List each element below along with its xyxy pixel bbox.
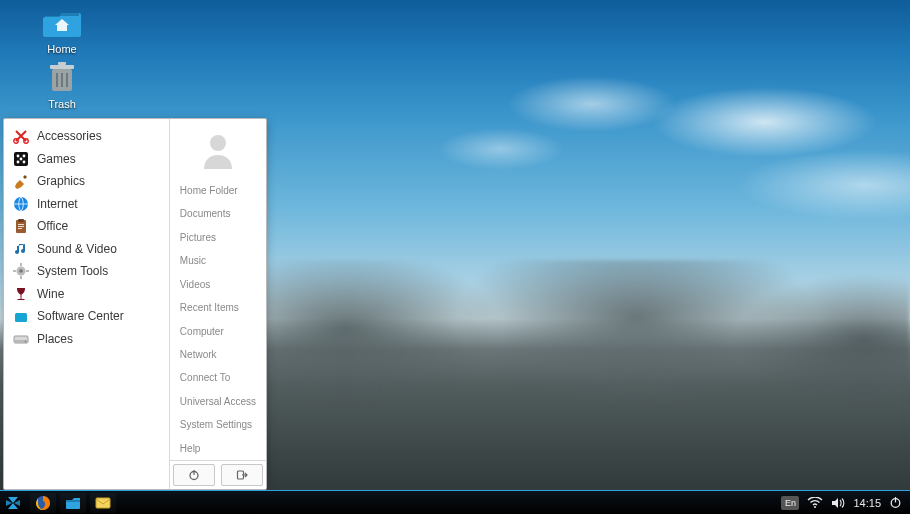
category-places[interactable]: Places xyxy=(4,328,169,351)
category-label: System Tools xyxy=(37,264,108,278)
start-menu-footer xyxy=(170,460,266,489)
rlink-network[interactable]: Network xyxy=(170,343,266,366)
session-power-button[interactable] xyxy=(889,496,902,509)
rlink-computer[interactable]: Computer xyxy=(170,320,266,343)
rlink-pictures[interactable]: Pictures xyxy=(170,226,266,249)
start-menu-places: Home Folder Documents Pictures Music Vid… xyxy=(170,119,266,489)
svg-point-12 xyxy=(17,160,20,163)
category-games[interactable]: Games xyxy=(4,148,169,171)
user-avatar-icon xyxy=(198,129,238,169)
svg-marker-37 xyxy=(14,500,20,506)
folder-icon xyxy=(65,495,81,511)
svg-rect-22 xyxy=(20,263,22,266)
category-wine[interactable]: Wine xyxy=(4,283,169,306)
scissors-icon xyxy=(13,128,29,144)
volume-indicator[interactable] xyxy=(831,497,845,509)
mail-icon xyxy=(95,495,111,511)
svg-point-41 xyxy=(814,506,816,508)
rlink-music[interactable]: Music xyxy=(170,249,266,272)
clock-text: 14:15 xyxy=(853,497,881,509)
power-icon xyxy=(188,469,200,481)
start-menu-categories: Accessories Games Graphics Internet Offi xyxy=(4,119,170,489)
svg-point-9 xyxy=(17,154,20,157)
svg-rect-5 xyxy=(66,73,68,87)
rlink-home-folder[interactable]: Home Folder xyxy=(170,179,266,202)
svg-point-10 xyxy=(23,154,26,157)
category-label: Internet xyxy=(37,197,78,211)
category-label: Wine xyxy=(37,287,64,301)
gear-icon xyxy=(13,263,29,279)
paintbrush-icon xyxy=(13,173,29,189)
svg-point-30 xyxy=(210,135,226,151)
category-software-center[interactable]: Software Center xyxy=(4,305,169,328)
trash-desktop-icon[interactable]: Trash xyxy=(30,60,94,110)
svg-rect-40 xyxy=(96,498,110,508)
power-icon xyxy=(889,496,902,509)
drive-icon xyxy=(13,331,29,347)
files-launcher[interactable] xyxy=(60,493,86,513)
svg-rect-1 xyxy=(50,65,74,69)
category-label: Software Center xyxy=(37,309,124,323)
system-tray: En 14:15 xyxy=(781,496,910,510)
network-indicator[interactable] xyxy=(807,497,823,509)
globe-icon xyxy=(13,196,29,212)
language-indicator[interactable]: En xyxy=(781,496,799,510)
trash-icon xyxy=(42,60,82,96)
rlink-documents[interactable]: Documents xyxy=(170,202,266,225)
category-accessories[interactable]: Accessories xyxy=(4,125,169,148)
svg-rect-4 xyxy=(61,73,63,87)
category-graphics[interactable]: Graphics xyxy=(4,170,169,193)
firefox-launcher[interactable] xyxy=(30,493,56,513)
svg-rect-3 xyxy=(56,73,58,87)
mail-launcher[interactable] xyxy=(90,493,116,513)
category-label: Accessories xyxy=(37,129,102,143)
svg-point-11 xyxy=(20,157,23,160)
rlink-connect-to[interactable]: Connect To xyxy=(170,366,266,389)
desktop-icon-label: Trash xyxy=(30,98,94,110)
rlink-recent-items[interactable]: Recent Items xyxy=(170,296,266,319)
music-icon xyxy=(13,241,29,257)
svg-point-13 xyxy=(23,160,26,163)
svg-marker-36 xyxy=(6,500,12,506)
category-system-tools[interactable]: System Tools xyxy=(4,260,169,283)
desktop-icon-label: Home xyxy=(30,43,94,55)
category-label: Graphics xyxy=(37,174,85,188)
home-desktop-icon[interactable]: Home xyxy=(30,5,94,55)
rlink-help[interactable]: Help xyxy=(170,437,266,460)
home-folder-icon xyxy=(42,5,82,41)
svg-rect-17 xyxy=(18,224,24,225)
svg-rect-23 xyxy=(20,276,22,279)
svg-rect-2 xyxy=(58,62,66,65)
svg-rect-25 xyxy=(26,270,29,272)
die-icon xyxy=(13,151,29,167)
zorin-logo-icon xyxy=(4,494,22,512)
rlink-system-settings[interactable]: System Settings xyxy=(170,413,266,436)
volume-icon xyxy=(831,497,845,509)
category-label: Games xyxy=(37,152,76,166)
svg-rect-32 xyxy=(193,470,194,475)
rlink-universal-access[interactable]: Universal Access xyxy=(170,390,266,413)
clock[interactable]: 14:15 xyxy=(853,497,881,509)
language-badge: En xyxy=(781,496,799,510)
category-office[interactable]: Office xyxy=(4,215,169,238)
svg-rect-24 xyxy=(13,270,16,272)
start-button[interactable] xyxy=(0,491,26,515)
category-sound-video[interactable]: Sound & Video xyxy=(4,238,169,261)
svg-rect-26 xyxy=(15,313,27,322)
wine-icon xyxy=(13,286,29,302)
logout-icon xyxy=(236,469,248,481)
svg-point-29 xyxy=(25,340,27,342)
category-internet[interactable]: Internet xyxy=(4,193,169,216)
power-menu-button[interactable] xyxy=(173,464,215,486)
bag-icon xyxy=(13,308,29,324)
svg-rect-19 xyxy=(18,228,22,229)
start-menu: Accessories Games Graphics Internet Offi xyxy=(3,118,267,490)
category-label: Office xyxy=(37,219,68,233)
wifi-icon xyxy=(807,497,823,509)
svg-rect-43 xyxy=(895,497,896,502)
svg-rect-16 xyxy=(18,219,24,222)
logout-menu-button[interactable] xyxy=(221,464,263,486)
svg-rect-18 xyxy=(18,226,24,227)
category-label: Places xyxy=(37,332,73,346)
rlink-videos[interactable]: Videos xyxy=(170,273,266,296)
